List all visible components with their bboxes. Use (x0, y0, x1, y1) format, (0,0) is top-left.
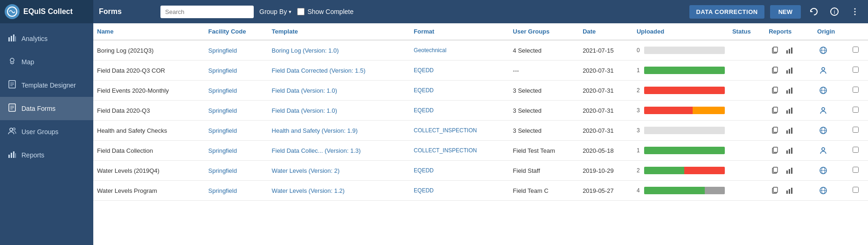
origin-icon[interactable] (817, 164, 829, 177)
chart-icon[interactable] (784, 64, 796, 76)
svg-rect-64 (789, 149, 790, 154)
cell-template: Field Data Collec... (Version: 1.3) (268, 141, 410, 161)
origin-icon[interactable] (817, 124, 829, 136)
origin-icon[interactable] (817, 84, 829, 96)
cell-name: Water Levels (2019Q4) (93, 161, 205, 181)
sidebar-item-data-forms[interactable]: Data Forms (0, 97, 93, 120)
cell-name: Field Data Collection (93, 141, 205, 161)
origin-icon[interactable] (817, 104, 829, 116)
chart-icon[interactable] (784, 124, 796, 136)
cell-checkbox (849, 121, 868, 141)
cell-reports (765, 101, 813, 121)
row-checkbox[interactable] (853, 47, 859, 53)
refresh-button[interactable] (806, 5, 821, 18)
origin-icon[interactable] (817, 144, 829, 157)
row-checkbox[interactable] (853, 87, 859, 93)
svg-rect-79 (791, 188, 792, 194)
svg-rect-36 (789, 69, 790, 74)
data-correction-button[interactable]: DATA CORRECTION (689, 5, 764, 19)
user-groups-label: User Groups (21, 128, 58, 136)
progress-bar (644, 147, 725, 154)
chart-icon[interactable] (784, 104, 796, 116)
new-button[interactable]: NEW (770, 5, 801, 19)
more-options-button[interactable] (847, 5, 862, 18)
cell-origin[interactable] (813, 141, 849, 161)
table-header-row: Name Facility Code Template Format User … (93, 23, 868, 40)
info-button[interactable]: i (827, 5, 842, 18)
svg-point-38 (822, 68, 825, 70)
row-checkbox[interactable] (853, 167, 859, 173)
cell-status (729, 81, 765, 101)
origin-icon[interactable] (817, 184, 829, 197)
chart-icon[interactable] (784, 164, 796, 177)
cell-user-groups: 4 Selected (509, 40, 579, 61)
cell-origin[interactable] (813, 121, 849, 141)
cell-uploaded: 1 (633, 61, 729, 81)
cell-user-groups: --- (509, 61, 579, 81)
copy-icon[interactable] (769, 44, 781, 56)
sidebar: EQuIS Collect Analytics (0, 0, 93, 245)
sidebar-item-analytics[interactable]: Analytics (0, 27, 93, 50)
app-title: EQuIS Collect (23, 7, 73, 16)
cell-date: 2020-07-31 (579, 101, 633, 121)
row-checkbox[interactable] (853, 187, 859, 193)
groupby-button[interactable]: Group By ▾ (259, 8, 292, 15)
copy-icon[interactable] (769, 64, 781, 76)
cell-name: Field Events 2020-Monthly (93, 81, 205, 101)
row-checkbox[interactable] (853, 147, 859, 153)
cell-origin[interactable] (813, 81, 849, 101)
origin-icon[interactable] (817, 44, 829, 56)
chart-icon[interactable] (784, 144, 796, 157)
table-row: Health and Safety Checks Springfield Hea… (93, 121, 868, 141)
cell-uploaded: 0 (633, 40, 729, 61)
copy-icon[interactable] (769, 184, 781, 197)
copy-icon[interactable] (769, 84, 781, 96)
analytics-icon (7, 34, 17, 44)
search-input[interactable] (160, 6, 254, 18)
cell-origin[interactable] (813, 40, 849, 61)
svg-point-5 (10, 58, 14, 62)
cell-uploaded: 3 (633, 121, 729, 141)
row-checkbox[interactable] (853, 107, 859, 113)
sidebar-item-map[interactable]: Map (0, 50, 93, 74)
cell-reports (765, 181, 813, 201)
cell-format: EQEDD (410, 61, 509, 81)
copy-icon[interactable] (769, 104, 781, 116)
sidebar-item-reports[interactable]: Reports (0, 143, 93, 167)
svg-rect-17 (11, 153, 12, 158)
copy-icon[interactable] (769, 124, 781, 136)
chart-icon[interactable] (784, 84, 796, 96)
topbar: Forms Group By ▾ Show Complete DATA CORR… (93, 0, 868, 23)
cell-user-groups: Field Team C (509, 181, 579, 201)
row-checkbox[interactable] (853, 127, 859, 133)
svg-rect-70 (789, 169, 790, 174)
cell-origin[interactable] (813, 61, 849, 81)
uploaded-count: 1 (637, 147, 642, 154)
svg-rect-43 (791, 88, 792, 94)
sidebar-item-user-groups[interactable]: User Groups (0, 120, 93, 143)
cell-origin[interactable] (813, 161, 849, 181)
svg-point-22 (854, 8, 856, 10)
cell-reports (765, 141, 813, 161)
cell-uploaded: 4 (633, 181, 729, 201)
main-content: Forms Group By ▾ Show Complete DATA CORR… (93, 0, 868, 245)
chart-icon[interactable] (784, 44, 796, 56)
chart-icon[interactable] (784, 184, 796, 197)
sidebar-item-template-designer[interactable]: Template Designer (0, 74, 93, 97)
cell-origin[interactable] (813, 181, 849, 201)
copy-icon[interactable] (769, 144, 781, 157)
cell-name: Health and Safety Checks (93, 121, 205, 141)
col-user-groups: User Groups (509, 23, 579, 40)
col-status: Status (729, 23, 765, 40)
origin-icon[interactable] (817, 64, 829, 76)
row-checkbox[interactable] (853, 67, 859, 73)
cell-facility: Springfield (205, 161, 268, 181)
progress-bar (644, 87, 725, 94)
uploaded-count: 1 (637, 67, 642, 74)
copy-icon[interactable] (769, 164, 781, 177)
svg-rect-56 (789, 129, 790, 134)
cell-origin[interactable] (813, 101, 849, 121)
show-complete-checkbox[interactable] (297, 8, 305, 15)
svg-point-23 (854, 11, 856, 13)
progress-bar (644, 167, 725, 174)
